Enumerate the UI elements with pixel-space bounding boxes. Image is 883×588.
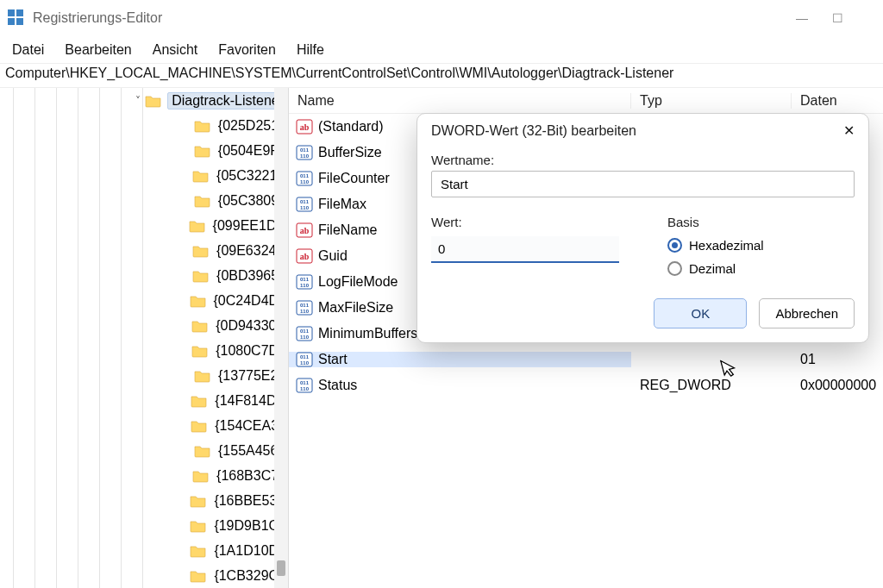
value-name: Guid — [318, 248, 348, 264]
value-binary-icon: 011110 — [296, 378, 313, 393]
tree-item[interactable]: {0D94330D — [0, 313, 288, 338]
svg-text:011: 011 — [300, 173, 310, 178]
tree-item[interactable]: ˅Diagtrack-Listener — [0, 88, 288, 113]
registry-value-row[interactable]: 011110Start01 — [289, 347, 883, 372]
wert-input[interactable] — [431, 236, 619, 263]
value-string-icon: ab — [296, 119, 313, 134]
radio-hex-icon — [667, 238, 682, 253]
value-name: MaxFileSize — [318, 300, 393, 316]
col-type[interactable]: Typ — [631, 93, 792, 109]
svg-text:110: 110 — [300, 360, 310, 366]
folder-icon — [194, 119, 211, 133]
wertname-field[interactable]: Start — [431, 171, 855, 197]
chevron-down-icon[interactable]: ˅ — [135, 95, 145, 107]
tree-item[interactable]: {13775E26 — [0, 363, 288, 388]
addressbar[interactable]: Computer\HKEY_LOCAL_MACHINE\SYSTEM\Curre… — [0, 64, 883, 88]
value-name: MinimumBuffers — [318, 326, 417, 341]
edit-dword-dialog: DWORD-Wert (32-Bit) bearbeiten ✕ Wertnam… — [416, 113, 869, 343]
tree-item[interactable]: {16BBE53A — [0, 488, 288, 513]
folder-icon — [189, 219, 206, 233]
menu-favoriten[interactable]: Favoriten — [218, 42, 276, 58]
registry-value-row[interactable]: 011110StatusREG_DWORD0x00000000 — [289, 372, 883, 398]
value-binary-icon: 011110 — [296, 171, 313, 186]
tree-item[interactable]: {099EE1DD — [0, 213, 288, 238]
value-type: REG_DWORD — [631, 378, 792, 393]
svg-text:110: 110 — [300, 309, 310, 314]
value-string-icon: ab — [296, 222, 313, 238]
folder-icon — [190, 569, 207, 583]
folder-icon — [192, 469, 210, 483]
tree-item[interactable]: {1A1D10D3 — [0, 538, 288, 563]
value-binary-icon: 011110 — [296, 352, 313, 367]
wertname-label: Wertname: — [431, 153, 855, 167]
svg-text:011: 011 — [300, 354, 310, 360]
value-binary-icon: 011110 — [296, 274, 313, 290]
tree-item[interactable]: {154CEA38 — [0, 413, 288, 438]
tree-item-label: Diagtrack-Listener — [167, 92, 288, 109]
svg-text:ab: ab — [300, 226, 310, 235]
folder-icon — [191, 319, 209, 333]
folder-icon — [192, 244, 210, 258]
menu-datei[interactable]: Datei — [12, 42, 44, 58]
folder-icon — [192, 169, 210, 183]
svg-text:011: 011 — [300, 277, 310, 282]
value-name: FileCounter — [318, 171, 390, 186]
menu-ansicht[interactable]: Ansicht — [153, 42, 197, 58]
folder-icon — [190, 294, 207, 308]
radio-hex[interactable]: Hexadezimal — [667, 238, 855, 253]
list-header: Name Typ Daten — [289, 88, 883, 114]
tree-item[interactable]: {0BD39653 — [0, 263, 288, 288]
tree-item[interactable]: {168B3C75 — [0, 463, 288, 488]
radio-dec[interactable]: Dezimal — [667, 261, 855, 276]
svg-text:011: 011 — [300, 199, 310, 204]
folder-icon — [192, 269, 210, 283]
tree-item[interactable]: {0504E9F3 — [0, 138, 288, 163]
tree-scrollbar[interactable] — [274, 88, 288, 588]
folder-icon — [191, 394, 208, 408]
tree-item[interactable]: {14F814DD — [0, 388, 288, 413]
scrollbar-thumb[interactable] — [277, 560, 285, 576]
tree-item[interactable]: {05C38094 — [0, 188, 288, 213]
value-name: BufferSize — [318, 145, 382, 160]
folder-icon — [145, 94, 162, 108]
wert-label: Wert: — [431, 215, 636, 229]
menu-bearbeiten[interactable]: Bearbeiten — [65, 42, 131, 58]
menu-hilfe[interactable]: Hilfe — [297, 42, 324, 58]
svg-text:110: 110 — [300, 179, 310, 185]
folder-icon — [191, 419, 208, 433]
value-binary-icon: 011110 — [296, 145, 313, 160]
tree-item[interactable]: {1CB329C6 — [0, 563, 288, 588]
tree-item[interactable]: {05C3221B — [0, 163, 288, 188]
value-name: FileMax — [318, 197, 366, 212]
tree-pane[interactable]: ˅Diagtrack-Listener{025D2518{0504E9F3{05… — [0, 88, 289, 588]
tree-item[interactable]: {0C24D4D3 — [0, 288, 288, 313]
svg-rect-0 — [8, 9, 15, 16]
minimize-button[interactable]: — — [796, 11, 808, 25]
tree-item[interactable]: {1080C7D5 — [0, 338, 288, 363]
tree-item[interactable]: {155A4567 — [0, 438, 288, 463]
svg-text:110: 110 — [300, 153, 310, 159]
ok-button[interactable]: OK — [654, 298, 747, 328]
value-string-icon: ab — [296, 248, 313, 264]
menubar: Datei Bearbeiten Ansicht Favoriten Hilfe — [0, 36, 883, 64]
tree-item[interactable]: {19D9B1C2 — [0, 513, 288, 538]
radio-dec-icon — [667, 261, 682, 276]
tree-item[interactable]: {09E6324C — [0, 238, 288, 263]
value-name: Start — [318, 352, 348, 367]
value-name: FileName — [318, 222, 377, 238]
titlebar: Registrierungs-Editor — ☐ — [0, 0, 883, 36]
value-data: 0x00000000 — [792, 378, 883, 393]
cancel-button[interactable]: Abbrechen — [759, 298, 855, 328]
value-binary-icon: 011110 — [296, 197, 313, 212]
svg-text:110: 110 — [300, 283, 310, 288]
folder-icon — [194, 369, 211, 383]
col-data[interactable]: Daten — [792, 93, 883, 109]
dialog-close-icon[interactable]: ✕ — [843, 122, 855, 139]
maximize-button[interactable]: ☐ — [832, 11, 843, 25]
tree-item[interactable]: {025D2518 — [0, 113, 288, 138]
col-name[interactable]: Name — [289, 93, 631, 109]
svg-rect-3 — [16, 18, 23, 25]
basis-label: Basis — [667, 215, 855, 229]
value-binary-icon: 011110 — [296, 300, 313, 316]
radio-hex-label: Hexadezimal — [689, 238, 764, 253]
